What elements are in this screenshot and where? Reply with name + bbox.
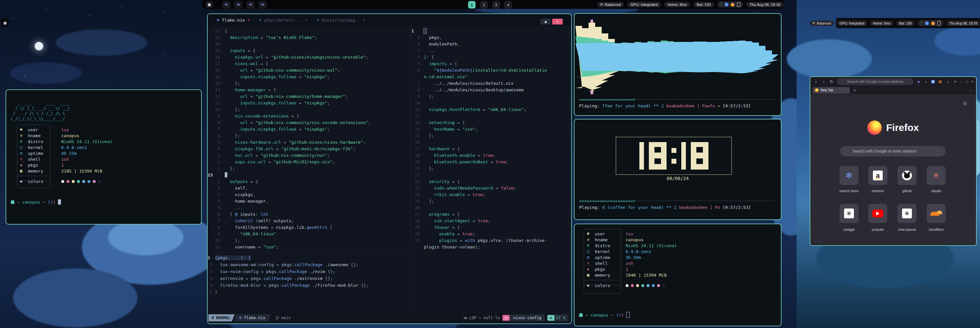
- code-line: 31 plugins = with pkgs.xfce; [thunar-arc…: [411, 237, 571, 244]
- status-pill[interactable]: Bat: 100: [694, 2, 714, 7]
- firefox-logo: Firefox: [810, 120, 976, 135]
- git-branch: main: [276, 315, 291, 320]
- status-pill[interactable]: GPU: Integrated: [837, 21, 867, 26]
- buffer-iso-image[interactable]: 1{1 pkgs,2 modulesPath,3 ...4}: {5 impor…: [411, 28, 571, 250]
- status-pill[interactable]: P: Balanced: [810, 21, 834, 26]
- tab-new-tab[interactable]: New Tab: [813, 87, 850, 93]
- shortcut-claude[interactable]: ✳: [927, 166, 946, 185]
- clock[interactable]: Thu Aug 08, 18:39: [947, 21, 980, 26]
- workspace-2[interactable]: 2: [480, 1, 488, 8]
- code-line: 20 };: [411, 165, 571, 172]
- tab-pkgs/default...[interactable]: ❄pkgs/default...×: [259, 18, 307, 22]
- code-line: 1 };: [208, 165, 410, 172]
- clock[interactable]: Thu Aug 08, 18:18: [746, 2, 783, 7]
- status-pill[interactable]: Home: 8ms: [664, 2, 690, 7]
- url-bar[interactable]: [837, 78, 913, 85]
- code-line: 4 firefox-mod-blur = pkgs.callPackage ./…: [208, 282, 410, 289]
- close-icon[interactable]: ×: [305, 18, 307, 22]
- search-input[interactable]: [840, 146, 946, 157]
- memory-icon: ▦: [20, 169, 28, 173]
- status-pill[interactable]: P: Balanced: [597, 2, 624, 7]
- terminal-cava[interactable]: =====================> Playing: ffee for…: [574, 13, 781, 116]
- menu-icon[interactable]: ≡: [953, 79, 958, 84]
- shortcut-search.nixos[interactable]: ❄: [840, 166, 859, 185]
- close-icon[interactable]: ×: [552, 19, 563, 25]
- status-pill[interactable]: Home: 6ms: [870, 21, 893, 26]
- lines-icon: ≡: [547, 315, 555, 321]
- start-menu-icon[interactable]: ▦: [206, 1, 213, 8]
- extension-icon[interactable]: ◆: [916, 79, 921, 84]
- code-line: 16 url = "github:nix-community/nixos-wsl…: [208, 67, 410, 74]
- code-line: 21 description = "tux's NixOS Flake";: [208, 34, 410, 41]
- firefox-toolbar: ‹ › ↻ ◆ ◗ ▦ ⌂ ≡ – □ ×: [810, 77, 976, 86]
- code-line: 5 imports = [: [411, 60, 571, 67]
- pkgs-icon: ◈: [587, 267, 595, 271]
- home-icon[interactable]: ⌂: [945, 79, 950, 84]
- network-plant-icon[interactable]: ᛉ: [720, 3, 722, 6]
- tab-flake.nix[interactable]: ❄flake.nix×: [217, 18, 250, 22]
- code-line: 6 };: [208, 133, 410, 139]
- taskbar-app-icon[interactable]: $W: [246, 1, 255, 8]
- code-line: 6 } @ inputs: let: [208, 211, 410, 218]
- fetch-row-memory: ▦memory: [20, 168, 43, 174]
- shortcut-chatgpt[interactable]: ✳: [840, 204, 859, 223]
- shortcut-youtube[interactable]: [868, 204, 887, 223]
- status-pill[interactable]: Bat: 100: [896, 21, 915, 26]
- user-icon: ☻: [20, 127, 28, 132]
- media-app-icon[interactable]: [931, 21, 935, 25]
- extension-icon[interactable]: [931, 80, 935, 84]
- firefox-window[interactable]: ‹ › ↻ ◆ ◗ ▦ ⌂ ≡ – □ × New Tab + ⌄ ⚙: [810, 76, 977, 246]
- network-plant-icon[interactable]: ᛉ: [920, 21, 923, 25]
- tab-list-chevron-icon[interactable]: ⌄: [969, 89, 972, 92]
- shortcut-cloudflare[interactable]: [927, 204, 946, 223]
- tab-hosts/isoImag..[interactable]: ❄hosts/isoImag..×: [317, 18, 365, 22]
- start-menu-icon[interactable]: ▦: [1, 19, 9, 27]
- terminal-fastfetch-right[interactable]: ☻usertux≡hnamecanopus❄distroNixOS 24.11 …: [574, 223, 781, 326]
- minimize-icon[interactable]: –: [961, 79, 963, 84]
- close-icon[interactable]: ×: [248, 18, 250, 22]
- back-icon[interactable]: ‹: [814, 79, 818, 84]
- workspace-4[interactable]: 4: [504, 1, 512, 8]
- code-line: 26: [411, 204, 571, 211]
- taskbar-app-icon[interactable]: $W: [222, 1, 230, 8]
- mode-indicator: VNORMAL: [208, 314, 235, 322]
- buffer-pkgs-default[interactable]: 1{pkgs, ...}: {1 tux-awesome-wm-config =…: [208, 254, 410, 296]
- phone-icon[interactable]: [937, 21, 941, 25]
- buffer-flake-nix[interactable]: 22{21 description = "tux's NixOS Flake";…: [208, 28, 410, 250]
- extension-icon[interactable]: ▦: [938, 79, 942, 84]
- code-line: 1 tux-awesome-wm-config = pkgs.callPacka…: [208, 261, 410, 268]
- music-note-icon: ♫: [661, 103, 666, 108]
- shortcut-label: github: [892, 189, 922, 193]
- shortcut-github[interactable]: [897, 166, 916, 185]
- code-line: 15 };: [411, 133, 571, 139]
- workspace-3[interactable]: 3: [492, 1, 500, 8]
- reload-icon[interactable]: ↻: [829, 79, 834, 84]
- taskbar-app-icon[interactable]: $W: [234, 1, 242, 8]
- workspace-1[interactable]: 1: [468, 1, 476, 8]
- phone-icon[interactable]: [737, 2, 740, 7]
- fetch-row-hname: ≡hname: [20, 133, 41, 138]
- close-icon[interactable]: ×: [363, 18, 365, 22]
- settings-gear-icon[interactable]: ⚙: [963, 101, 967, 106]
- code-line: 19 inputs = {: [208, 48, 410, 54]
- taskbar-app-icon[interactable]: $W: [258, 1, 267, 8]
- terminal-clock[interactable]: 08/08/24 =====================> Playing:…: [574, 119, 781, 220]
- new-tab-button[interactable]: +: [854, 88, 856, 93]
- close-icon[interactable]: ×: [972, 79, 974, 84]
- code-line: 3 astronvim = pkgs.callPackage ./astronv…: [208, 275, 410, 282]
- shortcut-amazon[interactable]: a: [868, 166, 887, 185]
- shortcut-chat.openai[interactable]: ✳: [897, 204, 916, 223]
- status-pill[interactable]: GPU: Integrated: [627, 2, 661, 7]
- code-line: 5}: [208, 289, 410, 296]
- media-app-icon[interactable]: [731, 3, 735, 6]
- forward-icon[interactable]: ›: [821, 79, 826, 84]
- moon: [35, 42, 43, 51]
- maximize-icon[interactable]: □: [966, 79, 968, 84]
- bluetooth-icon[interactable]: ᛒ: [724, 3, 729, 6]
- eye-icon[interactable]: ◉: [541, 19, 551, 25]
- code-line: 9 ];: [411, 93, 571, 100]
- bluetooth-icon[interactable]: ᛒ: [925, 21, 929, 25]
- terminal-fastfetch-left[interactable]: _ ___ ____ ____ / |/ (_)_ __/ __ \/ __/ …: [6, 89, 202, 225]
- neovim-window[interactable]: ❄flake.nix×❄pkgs/default...×❄hosts/isoIm…: [207, 13, 572, 324]
- extension-icon[interactable]: ◗: [924, 79, 929, 84]
